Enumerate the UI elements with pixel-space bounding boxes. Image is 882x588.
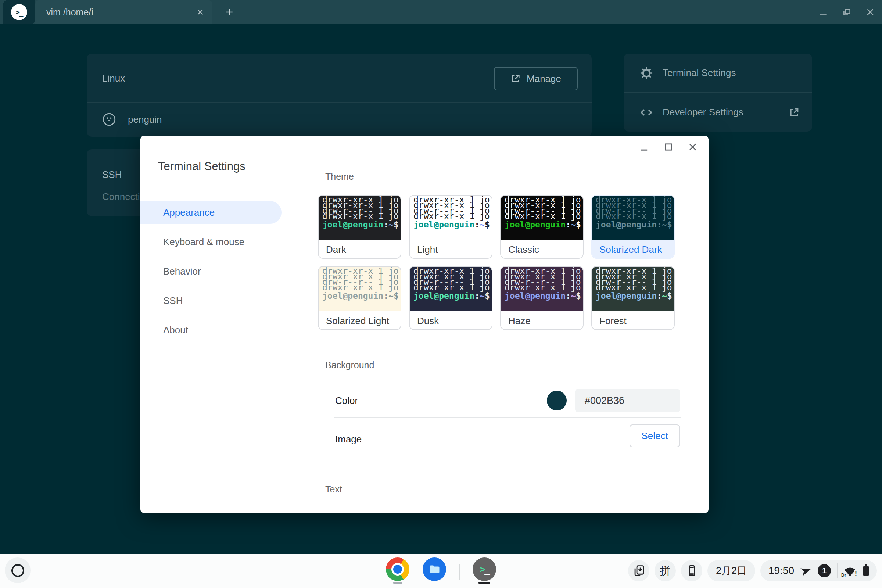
theme-name: Forest xyxy=(592,311,674,330)
external-link-icon xyxy=(510,74,521,84)
window-controls xyxy=(818,0,875,24)
screen-capture-tray-button[interactable] xyxy=(628,560,650,581)
nav-item-appearance[interactable]: Appearance xyxy=(140,201,282,224)
divider xyxy=(334,417,681,418)
shelf: >_ 拼 2 xyxy=(0,554,882,588)
theme-preview: drwxr-xr-x 1 jodrwxr-xr-x 1 jodrw-r--r--… xyxy=(319,195,400,240)
theme-grid: drwxr-xr-x 1 jodrwxr-xr-x 1 jodrw-r--r--… xyxy=(318,195,675,330)
theme-preview: drwxr-xr-x 1 jodrwxr-xr-x 1 jodrw-r--r--… xyxy=(410,195,492,240)
theme-card-forest[interactable]: drwxr-xr-x 1 jodrwxr-xr-x 1 jodrw-r--r--… xyxy=(591,266,675,330)
theme-card-classic[interactable]: drwxr-xr-x 1 jodrwxr-xr-x 1 jodrw-r--r--… xyxy=(500,195,584,259)
running-indicator xyxy=(478,582,490,584)
ssh-section-title: SSH xyxy=(102,169,122,180)
phone-icon xyxy=(686,564,698,577)
device-download-icon xyxy=(633,564,645,577)
color-row-label: Color xyxy=(335,395,358,406)
theme-card-haze[interactable]: drwxr-xr-x 1 jodrwxr-xr-x 1 jodrw-r--r--… xyxy=(500,266,584,330)
ime-tray-button[interactable]: 拼 xyxy=(654,560,676,581)
nav-item-about[interactable]: About xyxy=(140,319,282,341)
theme-card-dark[interactable]: drwxr-xr-x 1 jodrwxr-xr-x 1 jodrw-r--r--… xyxy=(318,195,401,259)
divider xyxy=(334,456,681,456)
theme-preview: drwxr-xr-x 1 jodrwxr-xr-x 1 jodrw-r--r--… xyxy=(501,267,583,311)
manage-button[interactable]: Manage xyxy=(494,67,578,90)
theme-card-solarized-light[interactable]: drwxr-xr-x 1 jodrwxr-xr-x 1 jodrw-r--r--… xyxy=(318,266,401,330)
tab-title: vim /home/i xyxy=(46,7,195,18)
theme-card-light[interactable]: drwxr-xr-x 1 jodrwxr-xr-x 1 jodrw-r--r--… xyxy=(409,195,492,259)
nav-item-ssh[interactable]: SSH xyxy=(140,289,282,312)
settings-main: Theme drwxr-xr-x 1 jodrwxr-xr-x 1 jodrw-… xyxy=(318,136,708,513)
code-icon xyxy=(640,106,653,119)
theme-name: Dusk xyxy=(410,311,492,330)
launcher-button[interactable] xyxy=(5,558,30,583)
developer-settings-row[interactable]: Developer Settings xyxy=(624,93,812,132)
window-close-button[interactable] xyxy=(865,7,875,17)
theme-name: Light xyxy=(410,240,492,259)
terminal-settings-label: Terminal Settings xyxy=(663,67,812,79)
chrome-app-button[interactable] xyxy=(386,558,410,583)
color-swatch[interactable] xyxy=(547,391,567,411)
chrome-icon xyxy=(386,558,410,581)
battery-icon xyxy=(863,566,869,576)
app-icon-block: >_ xyxy=(3,0,35,24)
settings-nav: Appearance Keyboard & mouse Behavior SSH… xyxy=(140,201,282,348)
theme-card-dusk[interactable]: drwxr-xr-x 1 jodrwxr-xr-x 1 jodrw-r--r--… xyxy=(409,266,492,330)
dialog-title: Terminal Settings xyxy=(158,160,246,173)
window-minimize-button[interactable] xyxy=(818,7,828,17)
color-value-input[interactable]: #002B36 xyxy=(575,389,680,412)
titlebar: >_ vim /home/i xyxy=(0,0,882,24)
status-area-button[interactable]: 19:50 1 Dr ! xyxy=(760,560,877,581)
terminal-app-button[interactable]: >_ xyxy=(472,558,496,583)
files-app-button[interactable] xyxy=(422,558,447,583)
ssh-connections-label[interactable]: Connecti xyxy=(102,191,140,202)
clock-label: 19:50 xyxy=(768,565,794,577)
theme-name: Classic xyxy=(501,240,583,259)
tray-separator xyxy=(837,563,837,578)
new-tab-button[interactable] xyxy=(222,5,237,20)
gear-icon xyxy=(640,66,653,80)
theme-name: Solarized Light xyxy=(319,311,400,330)
phone-hub-button[interactable] xyxy=(681,560,702,581)
text-heading: Text xyxy=(325,484,342,495)
theme-preview: drwxr-xr-x 1 jodrwxr-xr-x 1 jodrw-r--r--… xyxy=(319,267,400,311)
wifi-status-icon: Dr ! xyxy=(843,564,856,577)
wifi-sub-label: Dr xyxy=(841,573,846,578)
shelf-separator xyxy=(459,564,460,580)
status-tray: 拼 2月2日 19:50 1 Dr ! xyxy=(628,560,877,581)
theme-card-solarized-dark[interactable]: drwxr-xr-x 1 jodrwxr-xr-x 1 jodrw-r--r--… xyxy=(591,195,675,259)
paper-plane-icon xyxy=(800,565,812,577)
theme-name: Solarized Dark xyxy=(592,240,674,259)
theme-preview: drwxr-xr-x 1 jodrwxr-xr-x 1 jodrw-r--r--… xyxy=(592,267,674,311)
ime-label: 拼 xyxy=(660,563,670,579)
shelf-apps: >_ xyxy=(386,558,496,583)
linux-section-card: Linux Manage penguin xyxy=(87,54,592,137)
settings-panel: Terminal Settings Developer Settings xyxy=(624,54,812,132)
theme-name: Haze xyxy=(501,311,583,330)
theme-preview: drwxr-xr-x 1 jodrwxr-xr-x 1 jodrw-r--r--… xyxy=(410,267,492,311)
window-restore-button[interactable] xyxy=(842,7,852,17)
theme-heading: Theme xyxy=(325,171,354,182)
container-row-penguin[interactable]: penguin xyxy=(87,102,592,137)
files-icon xyxy=(423,558,446,581)
nav-item-behavior[interactable]: Behavior xyxy=(140,260,282,283)
image-select-button[interactable]: Select xyxy=(630,424,680,447)
date-label: 2月2日 xyxy=(716,564,747,578)
running-indicator xyxy=(393,582,402,584)
developer-settings-label: Developer Settings xyxy=(663,106,789,118)
screen: >_ vim /home/i Linux Ma xyxy=(0,0,882,588)
tab-strip-divider xyxy=(218,7,218,17)
background-heading: Background xyxy=(325,360,374,370)
container-name: penguin xyxy=(128,114,162,125)
theme-preview: drwxr-xr-x 1 jodrwxr-xr-x 1 jodrw-r--r--… xyxy=(501,195,583,240)
linux-section-title: Linux xyxy=(102,73,125,84)
terminal-app-icon: >_ xyxy=(11,4,27,20)
theme-name: Dark xyxy=(319,240,400,259)
wifi-warning-icon: ! xyxy=(854,570,858,578)
image-row-label: Image xyxy=(335,434,362,445)
terminal-shelf-icon: >_ xyxy=(472,558,496,581)
tab-close-icon[interactable] xyxy=(195,7,206,18)
terminal-settings-dialog: Terminal Settings Appearance Keyboard & … xyxy=(140,136,708,513)
nav-item-keyboard-mouse[interactable]: Keyboard & mouse xyxy=(140,230,282,253)
date-tray-button[interactable]: 2月2日 xyxy=(707,560,755,581)
terminal-tab[interactable]: vim /home/i xyxy=(35,0,212,24)
terminal-settings-row[interactable]: Terminal Settings xyxy=(624,54,812,92)
